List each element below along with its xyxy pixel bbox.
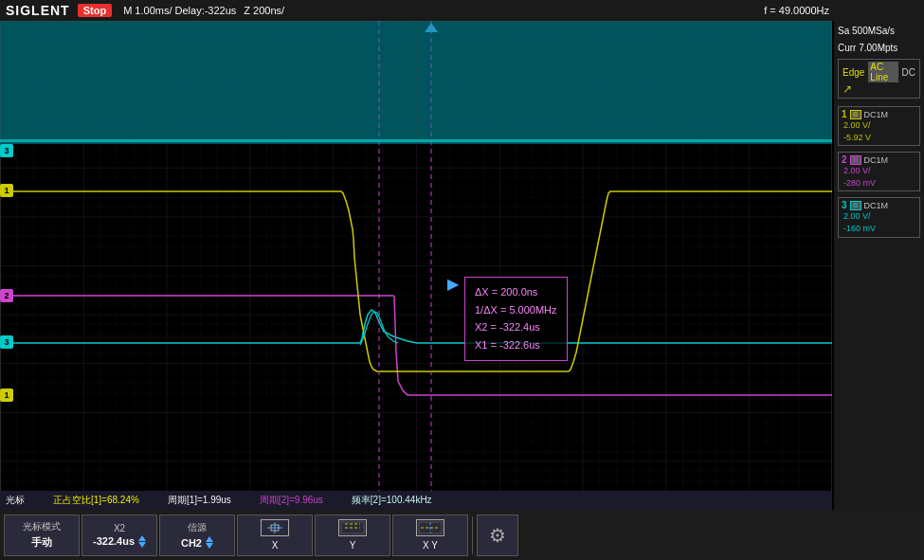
x1-label: X1 = -322.6us xyxy=(475,336,557,354)
xy-btn-label: X Y xyxy=(423,540,438,551)
ch2-icon: B xyxy=(850,155,861,165)
zoom-display: Z 200ns/ xyxy=(244,5,284,16)
trigger-arrow-icon: ↗ xyxy=(842,82,915,96)
ch3-type: DC1M xyxy=(864,201,889,210)
trigger-mode-label: DC xyxy=(902,67,915,78)
settings-icon: ⚙ xyxy=(489,524,506,547)
ch2-number: 2 xyxy=(842,154,847,165)
ch1-block[interactable]: 1 B DC1M 2.00 V/ -5.92 V xyxy=(838,106,920,146)
source-button[interactable]: 信源 CH2 xyxy=(159,515,235,556)
sample-rate-display: Sa 500MSa/s xyxy=(838,25,920,38)
trigger-section[interactable]: Edge AC Line DC ↗ xyxy=(838,59,920,99)
cursor-mode-value: 手动 xyxy=(31,535,52,550)
x2-label: X2 = -322.4us xyxy=(475,318,557,336)
cursor-arrow: ▶ xyxy=(447,275,459,293)
y-cursor-icon xyxy=(339,520,366,535)
status-bar: 光标 正占空比[1]=68.24% 周期[1]=1.99us 周期[2]=9.9… xyxy=(0,491,832,510)
timebase-display: M 1.00ms/ Delay:-322us xyxy=(123,5,236,16)
x-cursor-icon xyxy=(262,520,288,535)
toolbar-separator xyxy=(472,516,473,554)
ch2-marker: 2 xyxy=(0,289,13,302)
ch2-values: 2.00 V/ -280 mV xyxy=(842,165,916,189)
bottom-toolbar: 光标模式 手动 X2 -322.4us 信源 CH2 xyxy=(0,510,924,560)
delta-x-label: ΔX = 200.0ns xyxy=(475,283,557,301)
top-bar: SIGLENT Stop M 1.00ms/ Delay:-322us Z 20… xyxy=(0,0,924,21)
trigger-type-label: Edge xyxy=(842,67,864,78)
cursor-status-label: 光标 xyxy=(6,494,25,507)
ch3-icon: B xyxy=(850,201,861,210)
right-panel: Sa 500MSa/s Curr 7.00Mpts Edge AC Line D… xyxy=(834,21,924,510)
ch-overview-strip xyxy=(0,21,832,144)
memory-depth-display: Curr 7.00Mpts xyxy=(838,42,920,55)
ch3-marker-top: 3 xyxy=(0,144,13,157)
xy-icon-box xyxy=(416,519,444,536)
x-btn-label: X xyxy=(272,540,279,551)
trigger-source-label: AC Line xyxy=(868,62,897,82)
xy-cursor-icon xyxy=(417,520,444,535)
ch3-values: 2.00 V/ -160 mV xyxy=(842,210,916,234)
scope-area: 1 1 2 3 3 ΔX = 200.0ns 1/ΔX = 5.000MHz X… xyxy=(0,21,832,510)
ch1-values: 2.00 V/ -5.92 V xyxy=(842,119,916,143)
ch1-number: 1 xyxy=(842,109,847,119)
x-icon-box xyxy=(261,519,289,536)
ch3-number: 3 xyxy=(842,200,847,210)
source-label: 信源 xyxy=(188,521,207,534)
settings-button[interactable]: ⚙ xyxy=(477,515,518,556)
ch1-marker: 1 xyxy=(0,184,13,197)
ch2-block[interactable]: 2 B DC1M 2.00 V/ -280 mV xyxy=(838,152,920,191)
period2-status: 周期[2]=9.96us xyxy=(260,494,323,507)
source-up-arrow[interactable] xyxy=(206,536,213,542)
period1-status: 周期[1]=1.99us xyxy=(168,494,231,507)
ch1-marker-2: 1 xyxy=(0,388,13,402)
ch3-block[interactable]: 3 B DC1M 2.00 V/ -160 mV xyxy=(838,197,920,237)
duty-cycle-status: 正占空比[1]=68.24% xyxy=(53,494,139,507)
source-down-arrow[interactable] xyxy=(206,543,213,549)
y-icon-box xyxy=(338,519,367,536)
measurement-popup: ΔX = 200.0ns 1/ΔX = 5.000MHz X2 = -322.4… xyxy=(464,277,568,361)
ch3-marker: 3 xyxy=(0,335,13,349)
cursor-mode-label: 光标模式 xyxy=(23,520,61,533)
ch1-type: DC1M xyxy=(864,110,889,119)
siglent-logo: SIGLENT xyxy=(6,3,70,18)
frequency-display: f = 49.0000Hz xyxy=(764,5,829,16)
y-button[interactable]: Y xyxy=(315,515,390,556)
source-value: CH2 xyxy=(181,537,202,549)
ch1-icon: B xyxy=(850,110,861,119)
x2-label: X2 xyxy=(114,523,125,533)
x2-up-arrow[interactable] xyxy=(138,535,146,541)
freq2-status: 频率[2]=100.44kHz xyxy=(352,494,432,507)
ch2-type: DC1M xyxy=(864,155,889,165)
y-btn-label: Y xyxy=(350,540,356,551)
x-button[interactable]: X xyxy=(237,515,313,556)
x2-button[interactable]: X2 -322.4us xyxy=(82,515,157,556)
x2-value: -322.4us xyxy=(93,535,135,547)
inv-delta-x-label: 1/ΔX = 5.000MHz xyxy=(475,301,557,319)
stop-badge[interactable]: Stop xyxy=(78,4,112,17)
xy-button[interactable]: X Y xyxy=(392,515,468,556)
x2-down-arrow[interactable] xyxy=(138,542,146,548)
cursor-mode-button[interactable]: 光标模式 手动 xyxy=(4,515,80,556)
ch3-overview-line xyxy=(0,139,832,142)
